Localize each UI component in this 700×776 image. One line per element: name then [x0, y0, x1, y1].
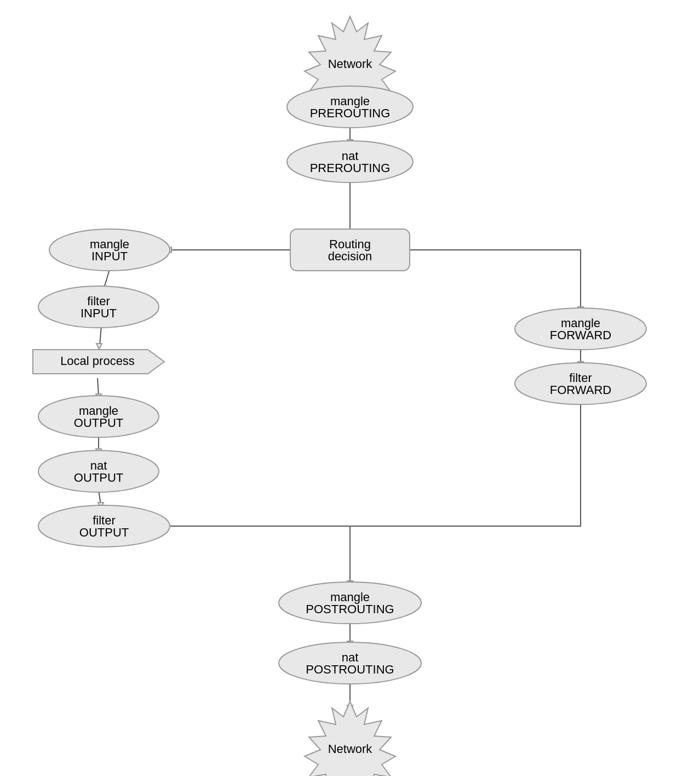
mangle-prerouting-node: mangle PREROUTING	[287, 86, 413, 128]
nat-prerouting-node: nat PREROUTING	[287, 141, 413, 182]
nat-postrouting-node: nat POSTROUTING	[279, 642, 421, 684]
svg-marker-14	[305, 701, 395, 776]
mangle-output-label2: OUTPUT	[74, 416, 123, 430]
line-filter-forward-to-postrouting	[350, 403, 581, 526]
nat-output-label2: OUTPUT	[74, 471, 123, 484]
network-top-label: Network	[328, 57, 373, 71]
routing-decision-label2: decision	[328, 249, 372, 263]
local-process-node: Local process	[33, 350, 164, 374]
mangle-output-node: mangle OUTPUT	[38, 396, 159, 437]
mangle-forward-node: mangle FORWARD	[515, 308, 646, 350]
filter-output-label2: OUTPUT	[79, 526, 129, 539]
network-bottom-label: Network	[328, 742, 373, 756]
mangle-prerouting-label2: PREROUTING	[310, 106, 391, 120]
routing-decision-node: Routing decision	[290, 229, 410, 271]
mangle-input-label2: INPUT	[91, 249, 128, 263]
mangle-postrouting-node: mangle POSTROUTING	[279, 582, 421, 624]
filter-input-node: filter INPUT	[38, 286, 159, 328]
mangle-input-node: mangle INPUT	[49, 229, 170, 271]
arrow-mangle-input-to-filter-input	[104, 270, 110, 288]
arrowhead-6	[96, 344, 102, 349]
nat-postrouting-label2: POSTROUTING	[306, 663, 394, 676]
filter-forward-label2: FORWARD	[550, 383, 611, 397]
network-bottom-node: Network	[305, 701, 395, 776]
line-filter-output-to-postrouting	[170, 526, 350, 583]
local-process-label: Local process	[60, 354, 135, 368]
filter-forward-node: filter FORWARD	[515, 363, 646, 404]
diagram: Network mangle PREROUTING nat PREROUTING…	[0, 0, 700, 776]
nat-output-node: nat OUTPUT	[38, 450, 159, 492]
mangle-postrouting-label2: POSTROUTING	[306, 602, 394, 616]
mangle-forward-label2: FORWARD	[550, 328, 611, 342]
arrow-filter-input-to-local	[100, 326, 101, 345]
line-routing-to-mangle-forward	[396, 250, 581, 309]
filter-input-label2: INPUT	[81, 306, 117, 320]
nat-prerouting-label2: PREROUTING	[310, 161, 391, 175]
arrow-local-to-mangle-output	[97, 378, 99, 396]
filter-output-node: filter OUTPUT	[38, 505, 170, 547]
